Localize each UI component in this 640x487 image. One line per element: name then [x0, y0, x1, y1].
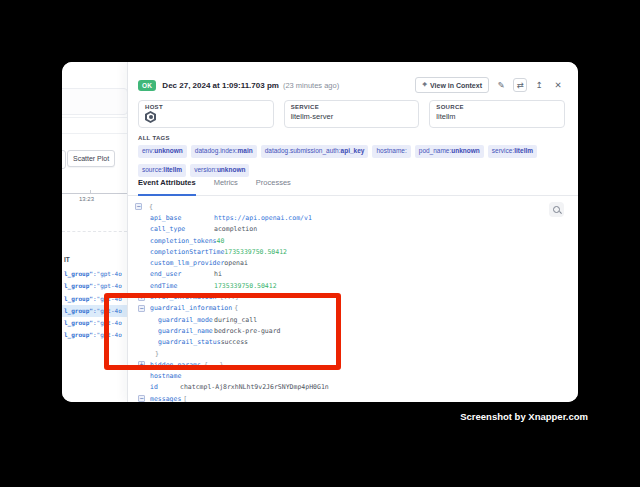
view-in-context-button[interactable]: ⌖ View in Context — [415, 77, 489, 93]
tag-pill[interactable]: datadog.submission_auth:api_key — [261, 145, 369, 158]
json-row: end_userhi — [128, 269, 554, 280]
relative-time: (23 minutes ago) — [283, 81, 339, 90]
source-card[interactable]: SOURCE litellm — [429, 100, 565, 128]
host-card[interactable]: HOST — [138, 100, 274, 128]
expander-icon[interactable]: − — [138, 395, 145, 402]
json-brace: [ — [183, 395, 187, 402]
json-value: acompletion — [214, 225, 257, 233]
facet-row[interactable]: l_group":"gpt-4o — [62, 280, 127, 292]
event-header: OK Dec 27, 2024 at 1:09:11.703 pm (23 mi… — [138, 76, 565, 94]
json-row: −{ — [128, 201, 554, 212]
json-row: call_typeacompletion — [128, 224, 554, 235]
json-key: api_base — [150, 214, 214, 222]
json-key: completionStartTime — [150, 248, 224, 256]
json-key: custom_llm_provider — [150, 259, 224, 267]
json-row: endTime1735339750.50412 — [128, 280, 554, 291]
tag-pill[interactable]: env:unknown — [138, 145, 187, 158]
scope-icon: ⌖ — [422, 81, 427, 89]
host-hexagon-icon — [145, 111, 156, 123]
service-card-value: litellm-server — [291, 112, 413, 121]
service-card[interactable]: SERVICE litellm-server — [284, 100, 420, 128]
tag-pill[interactable]: service:litellm — [488, 145, 537, 158]
host-card-label: HOST — [145, 104, 267, 110]
view-in-context-label: View in Context — [430, 82, 482, 89]
source-card-value: litellm — [436, 112, 558, 121]
json-value: chatcmpl-Aj8rxhNLht9v2J6rSNYDmp4pH0G1n — [180, 383, 329, 391]
json-key: id — [150, 383, 180, 391]
json-key: hostname — [150, 372, 181, 380]
event-detail-window: Scatter Plot 13:23 IT l_group":"gpt-4ol_… — [62, 62, 578, 402]
json-row: completionStartTime1735339750.50412 — [128, 246, 554, 257]
status-badge: OK — [138, 80, 156, 91]
clipped-card — [62, 88, 127, 115]
scatter-plot-button[interactable]: Scatter Plot — [67, 150, 115, 167]
watermark-text: Screenshot by Xnapper.com — [460, 411, 588, 422]
tab-bar: Event Attributes Metrics Processes — [128, 178, 578, 196]
divider — [62, 117, 127, 118]
tag-pill[interactable]: source:litellm — [138, 164, 186, 177]
json-row: api_basehttps://api.openai.com/v1 — [128, 212, 554, 223]
tag-pill[interactable]: pod_name:unknown — [415, 145, 484, 158]
json-value: 1735339750.50412 — [224, 248, 287, 256]
tag-pill[interactable]: datadog.index:main — [191, 145, 257, 158]
expander-icon[interactable]: − — [135, 203, 142, 210]
json-value: openai — [224, 259, 247, 267]
json-brace: { — [149, 203, 153, 211]
tags-list: env:unknowndatadog.index:maindatadog.sub… — [138, 143, 565, 181]
json-row: hostname — [128, 370, 554, 381]
export-icon[interactable]: ↥ — [532, 78, 546, 92]
service-card-label: SERVICE — [291, 104, 413, 110]
x-axis-tick — [90, 190, 91, 193]
meta-cards: HOST SERVICE litellm-server SOURCE litel… — [138, 100, 565, 128]
source-card-label: SOURCE — [436, 104, 558, 110]
related-logs-icon[interactable]: ⇄ — [513, 78, 527, 92]
json-key: completion_tokens — [150, 237, 217, 245]
clipped-button[interactable] — [62, 150, 66, 169]
tab-metrics[interactable]: Metrics — [214, 178, 238, 195]
json-key: messages — [150, 395, 181, 402]
facet-row[interactable]: l_group":"gpt-4o — [62, 268, 127, 280]
pencil-icon[interactable]: ✎ — [494, 78, 508, 92]
tab-event-attributes[interactable]: Event Attributes — [138, 178, 196, 195]
json-value: 1735339750.50412 — [214, 282, 277, 290]
json-row: −messages[ — [128, 393, 554, 402]
x-axis-tick-label: 13:23 — [79, 196, 94, 202]
json-row: completion_tokens40 — [128, 235, 554, 246]
json-value: 40 — [217, 237, 225, 245]
json-value[interactable]: https://api.openai.com/v1 — [214, 214, 312, 222]
x-axis-line — [62, 193, 127, 194]
tag-pill[interactable]: version:unknown — [190, 164, 249, 177]
annotation-highlight-box — [104, 293, 341, 370]
json-row: idchatcmpl-Aj8rxhNLht9v2J6rSNYDmp4pH0G1n — [128, 382, 554, 393]
divider — [62, 133, 127, 134]
json-key: call_type — [150, 225, 214, 233]
close-icon[interactable]: ✕ — [551, 78, 565, 92]
json-value: hi — [214, 270, 222, 278]
json-key: endTime — [150, 282, 214, 290]
all-tags-label: ALL TAGS — [138, 135, 170, 141]
tag-pill[interactable]: hostname: — [372, 145, 410, 158]
json-row: custom_llm_provideropenai — [128, 257, 554, 268]
tab-processes[interactable]: Processes — [256, 178, 291, 195]
dashed-gridline — [62, 231, 127, 232]
json-key: end_user — [150, 270, 214, 278]
facet-section-header: IT — [64, 256, 70, 263]
event-timestamp: Dec 27, 2024 at 1:09:11.703 pm — [162, 81, 279, 90]
